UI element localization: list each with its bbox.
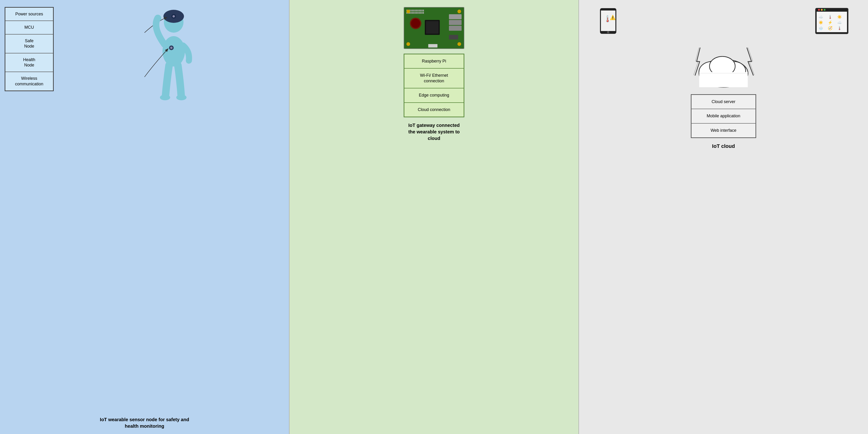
cloud-lightning-svg <box>679 41 768 92</box>
right-caption: IoT cloud <box>712 143 735 150</box>
safe-node-item: SafeNode <box>5 34 53 53</box>
svg-rect-22 <box>422 9 423 11</box>
svg-rect-14 <box>411 9 411 11</box>
svg-point-47 <box>457 42 461 46</box>
svg-point-9 <box>176 95 187 100</box>
svg-text:⚠️: ⚠️ <box>610 15 616 20</box>
svg-point-5 <box>154 15 161 22</box>
svg-rect-29 <box>413 12 414 14</box>
mobile-icon-area: 🌡️ ⚠️ <box>598 7 623 38</box>
svg-rect-32 <box>417 12 418 14</box>
mobile-application-item: Mobile application <box>691 109 756 123</box>
svg-rect-30 <box>414 12 415 14</box>
svg-rect-31 <box>416 12 417 14</box>
svg-point-59 <box>824 9 826 11</box>
raspberry-pi-item: Raspberry Pi <box>404 54 464 68</box>
svg-text:⚡: ⚡ <box>828 20 833 25</box>
svg-point-48 <box>406 9 410 13</box>
health-node-item: HealthNode <box>5 53 53 72</box>
svg-text:🌧️: 🌧️ <box>818 26 823 30</box>
raspberry-pi-image <box>404 7 464 49</box>
svg-rect-21 <box>420 9 421 11</box>
cloud-server-visual <box>584 41 863 92</box>
svg-rect-91 <box>699 72 748 87</box>
svg-point-46 <box>406 42 410 46</box>
wireless-item: Wirelesscommunication <box>5 72 53 91</box>
svg-rect-15 <box>412 9 413 11</box>
svg-point-8 <box>160 95 170 100</box>
gateway-box: Raspberry Pi Wi-Fi/ Ethernetconnection E… <box>404 54 464 117</box>
svg-rect-19 <box>417 9 418 11</box>
svg-text:🧭: 🧭 <box>828 26 833 30</box>
svg-text:☀️: ☀️ <box>818 20 823 25</box>
svg-rect-42 <box>449 26 462 31</box>
svg-rect-43 <box>449 35 458 40</box>
cloud-connection-item: Cloud connection <box>404 103 464 117</box>
mcu-item: MCU <box>5 21 53 34</box>
svg-rect-41 <box>449 20 462 25</box>
svg-rect-20 <box>419 9 420 11</box>
icons-row: 🌡️ ⚠️ ☁️ 🌡️ ☀️ ☀️ ⚡ ☁️ <box>598 7 849 38</box>
svg-rect-44 <box>449 14 462 19</box>
web-interface-item: Web interface <box>691 123 756 138</box>
left-content-area: Power sources MCU SafeNode HealthNode Wi… <box>5 7 284 412</box>
edge-computing-item: Edge computing <box>404 88 464 102</box>
rpi-pcb-svg <box>404 7 464 49</box>
figure-area <box>54 7 284 110</box>
svg-rect-36 <box>423 12 424 14</box>
svg-point-57 <box>818 9 820 11</box>
cloud-server-item: Cloud server <box>691 95 756 109</box>
svg-rect-27 <box>411 12 411 14</box>
human-figure-svg <box>143 9 195 110</box>
svg-rect-35 <box>422 12 423 14</box>
svg-text:☁️: ☁️ <box>837 20 842 25</box>
svg-rect-17 <box>414 9 415 11</box>
cloud-box: Cloud server Mobile application Web inte… <box>691 94 756 138</box>
svg-text:🌡️: 🌡️ <box>828 15 833 19</box>
svg-rect-38 <box>426 21 439 34</box>
node-box: Power sources MCU SafeNode HealthNode Wi… <box>5 7 54 91</box>
svg-rect-28 <box>412 12 413 14</box>
right-panel: 🌡️ ⚠️ ☁️ 🌡️ ☀️ ☀️ ⚡ ☁️ <box>579 0 868 434</box>
svg-text:🌡️: 🌡️ <box>837 26 842 30</box>
svg-text:☁️: ☁️ <box>818 15 823 19</box>
middle-panel: Raspberry Pi Wi-Fi/ Ethernetconnection E… <box>289 0 579 434</box>
power-sources-item: Power sources <box>5 7 53 21</box>
svg-point-58 <box>821 9 823 11</box>
middle-caption: IoT gateway connectedthe wearable system… <box>408 122 460 141</box>
svg-point-3 <box>173 15 175 18</box>
svg-rect-16 <box>413 9 414 11</box>
svg-text:☀️: ☀️ <box>837 15 842 19</box>
wifi-ethernet-item: Wi-Fi/ Ethernetconnection <box>404 68 464 88</box>
svg-rect-18 <box>416 9 417 11</box>
dashboard-svg: ☁️ 🌡️ ☀️ ☀️ ⚡ ☁️ 🌧️ 🧭 🌡️ <box>814 7 849 37</box>
dashboard-icon-area: ☁️ 🌡️ ☀️ ☀️ ⚡ ☁️ 🌧️ 🧭 🌡️ <box>814 7 849 38</box>
svg-rect-33 <box>419 12 420 14</box>
svg-rect-23 <box>423 9 424 11</box>
left-caption: IoT wearable sensor node for safety and … <box>98 416 191 429</box>
svg-point-7 <box>170 47 173 49</box>
svg-point-54 <box>607 31 609 33</box>
svg-rect-34 <box>420 12 421 14</box>
svg-point-40 <box>411 19 420 28</box>
mobile-svg: 🌡️ ⚠️ <box>598 7 623 37</box>
svg-point-49 <box>457 9 461 13</box>
svg-rect-45 <box>428 44 437 47</box>
left-panel: Power sources MCU SafeNode HealthNode Wi… <box>0 0 289 434</box>
